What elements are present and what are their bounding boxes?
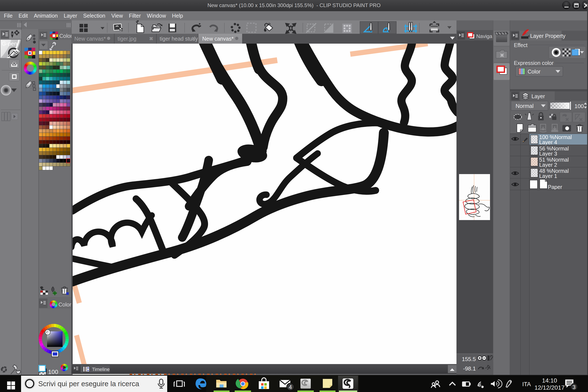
svg-text:G-pen: G-pen	[2, 40, 17, 47]
svg-text:Expression color: Expression color	[514, 60, 554, 66]
svg-text:3: 3	[572, 384, 576, 390]
svg-text:4: 4	[289, 384, 292, 390]
svg-text:Layer 1: Layer 1	[539, 173, 557, 179]
svg-text:Scrivi qui per eseguire la ric: Scrivi qui per eseguire la ricerca	[38, 380, 139, 388]
svg-text:Layer: Layer	[532, 93, 545, 99]
svg-text:14:10: 14:10	[542, 377, 557, 384]
svg-text:Timeline: Timeline	[92, 367, 110, 372]
svg-text:ITA: ITA	[522, 381, 531, 388]
svg-text:12/12/2017: 12/12/2017	[534, 384, 564, 391]
svg-text:Color: Color	[58, 302, 71, 308]
svg-text:100: 100	[574, 103, 584, 110]
svg-text:Normal: Normal	[516, 103, 534, 109]
svg-text:Color: Color	[528, 68, 540, 74]
svg-text:Naviga: Naviga	[476, 33, 492, 39]
svg-text:100: 100	[48, 368, 58, 375]
svg-text:Layer Property: Layer Property	[530, 33, 566, 39]
svg-text:Layer 2: Layer 2	[539, 162, 557, 168]
svg-text:Layer 3: Layer 3	[539, 151, 557, 157]
svg-text:Effect: Effect	[514, 42, 528, 48]
svg-text:Color: Color	[59, 33, 71, 39]
svg-text:Paper: Paper	[548, 184, 562, 190]
svg-text:Layer 4: Layer 4	[539, 139, 557, 145]
svg-text:-98.1: -98.1	[463, 365, 476, 372]
svg-text:155.5: 155.5	[462, 356, 476, 362]
